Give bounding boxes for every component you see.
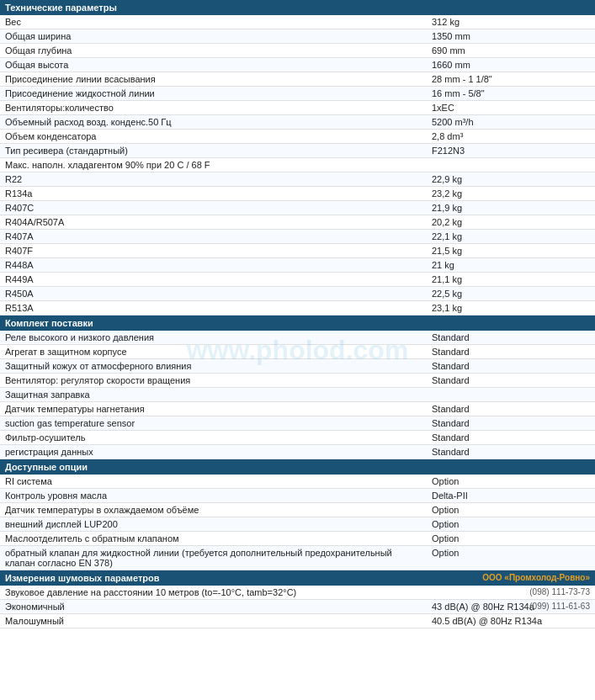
row-value: 690 mm: [427, 44, 595, 58]
table-row: R407F 21,5 kg: [0, 244, 595, 258]
table-row: R513A 23,1 kg: [0, 301, 595, 316]
row-label: Вентилятор: регулятор скорости вращения: [0, 374, 427, 388]
row-label: Фильтр-осушитель: [0, 431, 427, 445]
row-value: 21,9 kg: [427, 201, 595, 215]
table-row: Защитный кожух от атмосферного влияния S…: [0, 359, 595, 374]
table-row: Защитная заправка: [0, 388, 595, 402]
row-label: Датчик температуры в охлаждаемом объёме: [0, 503, 427, 517]
row-value: 22,1 kg: [427, 230, 595, 244]
table-row: Общая высота 1660 mm: [0, 58, 595, 72]
main-table: Технические параметры Вес 312 kg Общая ш…: [0, 0, 595, 628]
table-row: Тип ресивера (стандартный) F212N3: [0, 144, 595, 158]
row-value: [427, 388, 595, 402]
table-row: Объемный расход возд. конденс.50 Гц 5200…: [0, 115, 595, 130]
table-row: Агрегат в защитном корпусе Standard: [0, 345, 595, 359]
table-row: R449A 21,1 kg: [0, 273, 595, 287]
section-delivery-header: Комплект поставки: [0, 316, 595, 331]
table-row: Контроль уровня масла Delta-PII: [0, 489, 595, 503]
row-label: R448A: [0, 258, 427, 273]
table-row: Фильтр-осушитель Standard: [0, 431, 595, 445]
row-label: Присоединение линии всасывания: [0, 72, 427, 87]
row-value: 1xEC: [427, 101, 595, 115]
row-label: Общая глубина: [0, 44, 427, 58]
row-value: Option: [427, 475, 595, 489]
row-value: Standard: [427, 359, 595, 374]
table-row: Присоединение линии всасывания 28 mm - 1…: [0, 72, 595, 87]
row-label: Общая высота: [0, 58, 427, 72]
table-row: R407A 22,1 kg: [0, 230, 595, 244]
row-label: Маслоотделитель с обратным клапаном: [0, 532, 427, 546]
row-value: 28 mm - 1 1/8": [427, 72, 595, 87]
table-row: Общая глубина 690 mm: [0, 44, 595, 58]
row-value: Option: [427, 532, 595, 546]
row-value: 20,2 kg: [427, 215, 595, 230]
table-row: Датчик температуры нагнетания Standard: [0, 402, 595, 416]
row-label: R407C: [0, 201, 427, 215]
table-row: обратный клапан для жидкостной линии (тр…: [0, 546, 595, 570]
table-row: R404A/R507A 20,2 kg: [0, 215, 595, 230]
row-label: R450A: [0, 287, 427, 301]
section-tech-title: Технические параметры: [0, 0, 595, 15]
row-label: внешний дисплей LUP200: [0, 517, 427, 532]
row-label: R22: [0, 172, 427, 187]
row-value: 2,8 dm³: [427, 130, 595, 144]
row-label: Датчик температуры нагнетания: [0, 402, 427, 416]
row-value: 23,2 kg: [427, 187, 595, 201]
row-label: suction gas temperature sensor: [0, 416, 427, 431]
table-row: R448A 21 kg: [0, 258, 595, 273]
section-noise-header: Измерения шумовых параметров ООО «Промхо…: [0, 570, 595, 586]
row-value: Standard: [427, 331, 595, 345]
table-row: Общая ширина 1350 mm: [0, 29, 595, 44]
row-label: Реле высокого и низкого давления: [0, 331, 427, 345]
row-value: 1350 mm: [427, 29, 595, 44]
table-row: Малошумный 40.5 dB(A) @ 80Hz R134a: [0, 614, 595, 628]
table-row: Вентилятор: регулятор скорости вращения …: [0, 374, 595, 388]
row-value: Standard: [427, 402, 595, 416]
row-label: R134a: [0, 187, 427, 201]
table-row: Вес 312 kg: [0, 15, 595, 29]
row-label: Общая ширина: [0, 29, 427, 44]
row-label: Макс. наполн. хладагентом 90% при 20 C /…: [0, 158, 427, 172]
row-label: Объемный расход возд. конденс.50 Гц: [0, 115, 427, 130]
row-label: Объем конденсатора: [0, 130, 427, 144]
row-value: Option: [427, 503, 595, 517]
row-value: Option: [427, 546, 595, 570]
table-row: регистрация данных Standard: [0, 445, 595, 459]
row-value: 43 dB(A) @ 80Hz R134a (099) 111-61-63: [427, 600, 595, 614]
table-row: Реле высокого и низкого давления Standar…: [0, 331, 595, 345]
section-noise-title: Измерения шумовых параметров: [5, 573, 160, 583]
row-value: Standard: [427, 416, 595, 431]
row-value: Standard: [427, 345, 595, 359]
table-row: Объем конденсатора 2,8 dm³: [0, 130, 595, 144]
table-row: внешний дисплей LUP200 Option: [0, 517, 595, 532]
row-value: Standard: [427, 374, 595, 388]
table-row: Экономичный 43 dB(A) @ 80Hz R134a (099) …: [0, 600, 595, 614]
row-label: Вентиляторы:количество: [0, 101, 427, 115]
table-row: RI система Option: [0, 475, 595, 489]
table-row: Датчик температуры в охлаждаемом объёме …: [0, 503, 595, 517]
row-value: 312 kg: [427, 15, 595, 29]
section-options-title: Доступные опции: [0, 459, 595, 475]
table-row: Маслоотделитель с обратным клапаном Opti…: [0, 532, 595, 546]
row-value: Option: [427, 517, 595, 532]
row-value: 21,5 kg: [427, 244, 595, 258]
table-row: R450A 22,5 kg: [0, 287, 595, 301]
row-value: 5200 m³/h: [427, 115, 595, 130]
row-label: R513A: [0, 301, 427, 316]
row-label: Присоединение жидкостной линии: [0, 87, 427, 101]
row-value: 40.5 dB(A) @ 80Hz R134a: [427, 614, 595, 628]
section-delivery-title: Комплект поставки: [0, 316, 595, 331]
row-label: Экономичный: [0, 600, 427, 614]
row-value: Standard: [427, 431, 595, 445]
row-label: регистрация данных: [0, 445, 427, 459]
table-row: R407C 21,9 kg: [0, 201, 595, 215]
table-row: Звуковое давление на расстоянии 10 метро…: [0, 586, 595, 600]
row-label: Контроль уровня масла: [0, 489, 427, 503]
row-label: Защитная заправка: [0, 388, 427, 402]
economical-value: 43 dB(A) @ 80Hz R134a: [432, 602, 534, 612]
row-value: F212N3: [427, 144, 595, 158]
row-label: R407A: [0, 230, 427, 244]
row-label: R404A/R507A: [0, 215, 427, 230]
table-row: suction gas temperature sensor Standard: [0, 416, 595, 431]
section-tech-header: Технические параметры: [0, 0, 595, 15]
